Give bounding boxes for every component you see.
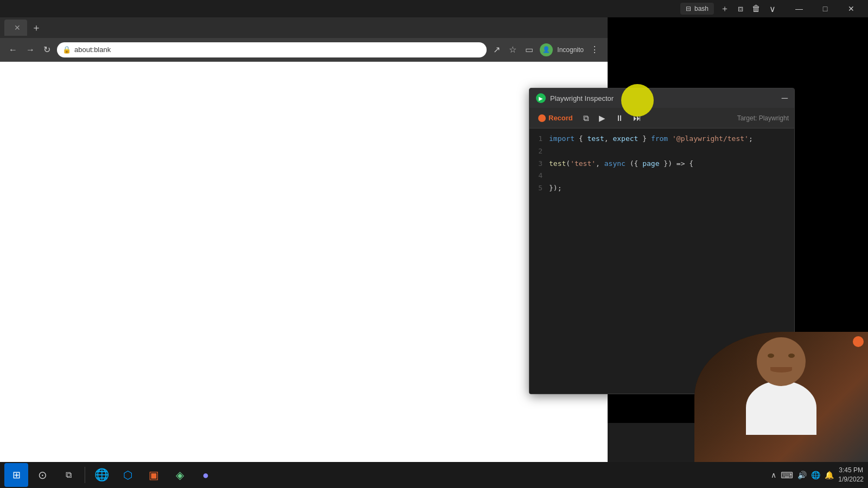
volume-icon[interactable]: 🔊 — [797, 471, 807, 479]
git-taskbar-button[interactable]: ◈ — [168, 463, 192, 487]
line-content-2 — [549, 146, 553, 157]
line-content-5: }); — [549, 183, 561, 194]
browser-window: ✕ ＋ ← → ↻ 🔒 about:blank ↗ ☆ ▭ 👤 Incognit… — [0, 17, 608, 462]
url-text: about:blank — [74, 46, 111, 54]
taskview-icon: ⧉ — [66, 470, 72, 480]
record-button[interactable]: Record — [535, 112, 576, 124]
network-icon[interactable]: 🌐 — [811, 471, 820, 479]
inspector-toolbar: Record ⧉ ▶ ⏸ ⏭ Target: Playwright — [529, 108, 794, 129]
vscode-taskbar-button[interactable]: ⬡ — [116, 463, 139, 487]
line-content-1: import { test, expect } from '@playwrigh… — [549, 133, 753, 145]
reload-icon[interactable]: ↻ — [41, 43, 53, 56]
line-content-3: test('test', async ({ page }) => { — [549, 158, 693, 170]
maximize-button[interactable]: □ — [813, 0, 838, 17]
trash-icon[interactable]: 🗑 — [750, 3, 763, 15]
terminal-icon: ⊟ — [686, 5, 691, 12]
window-controls: — □ ✕ — [787, 0, 864, 17]
vscode-icon: ⬡ — [123, 468, 132, 481]
browser-toolbar: ← → ↻ 🔒 about:blank ↗ ☆ ▭ 👤 Incognito ⋮ — [0, 38, 608, 62]
taskbar-right: ∧ ⌨ 🔊 🌐 🔔 3:45 PM 1/9/2022 — [771, 466, 864, 484]
incognito-label: Incognito — [557, 46, 584, 54]
new-tab-icon[interactable]: ＋ — [31, 21, 41, 34]
browser-content — [0, 62, 608, 462]
start-icon: ⊞ — [12, 469, 21, 481]
person-head — [757, 337, 806, 386]
extension-icon[interactable]: ▭ — [523, 43, 535, 56]
keyboard-icon: ⌨ — [781, 470, 793, 480]
record-dot-icon — [538, 114, 546, 122]
copy-icon[interactable]: ⧉ — [580, 112, 592, 125]
line-num-3: 3 — [529, 158, 549, 170]
inspector-title-left: ▶ Playwright Inspector — [536, 93, 614, 103]
browser-tab-active[interactable]: ✕ — [4, 20, 27, 36]
terminal-tab[interactable]: ⊟ bash — [680, 3, 714, 15]
bookmark-icon[interactable]: ☆ — [507, 43, 519, 56]
line-num-1: 1 — [529, 133, 549, 145]
record-label: Record — [548, 114, 573, 122]
ext-taskbar-button[interactable]: ● — [194, 463, 218, 487]
cursor-indicator — [621, 84, 654, 117]
more-options-icon[interactable]: ⋮ — [588, 43, 601, 56]
chrome-taskbar-button[interactable]: 🌐 — [90, 463, 113, 487]
code-line-5: 5 }); — [529, 182, 794, 195]
system-clock: 3:45 PM 1/9/2022 — [838, 466, 864, 484]
notification-icon[interactable]: 🔔 — [825, 471, 834, 479]
line-num-2: 2 — [529, 146, 549, 157]
tab-close-icon[interactable]: ✕ — [14, 23, 21, 32]
code-line-1: 1 import { test, expect } from '@playwri… — [529, 133, 794, 145]
person-body — [746, 381, 816, 435]
rec-dot-webcam — [853, 336, 864, 347]
share-icon[interactable]: ↗ — [491, 43, 502, 56]
file-icon: ▣ — [149, 468, 159, 481]
inspector-minimize-button[interactable]: ─ — [782, 93, 788, 103]
pause-icon[interactable]: ⏸ — [612, 112, 626, 124]
code-line-2: 2 — [529, 145, 794, 158]
close-button[interactable]: ✕ — [839, 0, 864, 17]
taskbar-search-icon: ⊙ — [38, 468, 47, 481]
taskview-button[interactable]: ⧉ — [56, 463, 80, 487]
chevron-icon[interactable]: ∨ — [767, 3, 778, 15]
taskbar-separator — [85, 467, 85, 483]
address-bar[interactable]: 🔒 about:blank — [57, 42, 487, 57]
target-label: Target: Playwright — [737, 114, 789, 122]
vscode-title-right: ⊟ bash ＋ ⧈ 🗑 ∨ — □ ✕ — [680, 0, 864, 17]
file-taskbar-button[interactable]: ▣ — [142, 463, 165, 487]
git-icon: ◈ — [176, 468, 184, 481]
line-num-4: 4 — [529, 170, 549, 182]
forward-icon[interactable]: → — [24, 44, 37, 56]
taskbar: ⊞ ⊙ ⧉ 🌐 ⬡ ▣ ◈ ● ∧ ⌨ 🔊 🌐 🔔 3:45 PM 1/9/20… — [0, 462, 868, 488]
webcam-inner — [694, 332, 868, 462]
play-icon[interactable]: ▶ — [596, 112, 608, 125]
back-icon[interactable]: ← — [7, 44, 20, 56]
ext-icon: ● — [202, 469, 209, 481]
lock-icon: 🔒 — [62, 46, 71, 54]
start-button[interactable]: ⊞ — [4, 463, 28, 487]
line-content-4 — [549, 170, 553, 182]
vscode-titlebar: ⊟ bash ＋ ⧈ 🗑 ∨ — □ ✕ — [0, 0, 868, 17]
minimize-button[interactable]: — — [787, 0, 812, 17]
line-num-5: 5 — [529, 183, 549, 194]
split-terminal-icon[interactable]: ⧈ — [736, 3, 745, 15]
browser-tabs: ✕ ＋ — [0, 17, 608, 38]
inspector-titlebar: ▶ Playwright Inspector ─ — [529, 88, 794, 108]
webcam-person — [727, 337, 835, 462]
search-button[interactable]: ⊙ — [30, 463, 54, 487]
profile-avatar[interactable]: 👤 — [540, 43, 553, 56]
chevron-up-icon[interactable]: ∧ — [771, 471, 776, 479]
inspector-title: Playwright Inspector — [550, 94, 614, 102]
terminal-label: bash — [694, 5, 709, 12]
avatar-icon: 👤 — [542, 46, 550, 53]
new-terminal-icon[interactable]: ＋ — [718, 2, 731, 16]
code-line-4: 4 — [529, 170, 794, 182]
code-line-3: 3 test('test', async ({ page }) => { — [529, 158, 794, 170]
clock-time: 3:45 PM — [838, 466, 864, 475]
webcam-overlay — [694, 332, 868, 462]
playwright-logo: ▶ — [536, 93, 546, 103]
chrome-icon: 🌐 — [94, 468, 109, 482]
clock-date: 1/9/2022 — [838, 475, 864, 484]
